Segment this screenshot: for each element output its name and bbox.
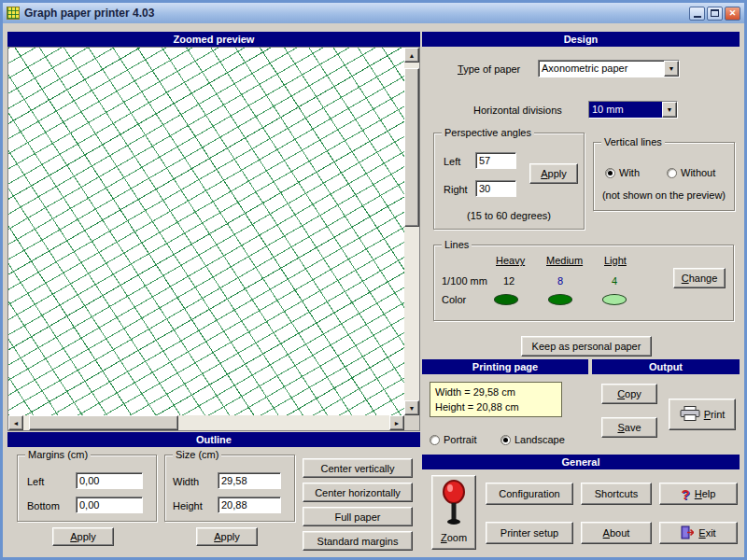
maximize-button[interactable]: [707, 7, 723, 21]
center-horizontally-button[interactable]: Center horizontally: [303, 483, 413, 502]
page-width-text: Width = 29,58 cm: [435, 385, 557, 399]
vertical-lines-title: Vertical lines: [601, 136, 665, 147]
lines-thickness-label: 1/100 mm: [442, 275, 487, 287]
standard-margins-button[interactable]: Standard margins: [303, 531, 413, 551]
horizontal-divisions-dropdown-button[interactable]: ▼: [662, 102, 677, 118]
general-header: General: [422, 455, 740, 469]
lines-light-header: Light: [604, 255, 627, 266]
margins-left-input[interactable]: [76, 472, 143, 489]
size-groupbox: Size (cm) Width Height: [164, 455, 295, 522]
scroll-right-button[interactable]: ►: [389, 415, 404, 430]
medium-thickness-value: 8: [557, 275, 563, 287]
vertical-scrollbar[interactable]: ▲ ▼: [404, 48, 419, 415]
scroll-up-button[interactable]: ▲: [404, 48, 419, 63]
save-button[interactable]: Save: [601, 417, 657, 438]
heavy-color-swatch[interactable]: [494, 294, 518, 305]
preview-panel: ▲ ▼ ◄ ►: [7, 47, 420, 431]
keep-as-personal-paper-button[interactable]: Keep as personal paper: [521, 336, 652, 357]
margins-bottom-label: Bottom: [27, 500, 60, 511]
printer-setup-button[interactable]: Printer setup: [486, 522, 573, 544]
scroll-left-icon: ◄: [13, 420, 20, 427]
titlebar[interactable]: Graph paper printer 4.03 ✕: [3, 3, 744, 23]
exit-button[interactable]: Exit: [659, 522, 738, 544]
perspective-left-input[interactable]: [475, 152, 516, 169]
size-width-input[interactable]: [218, 472, 281, 489]
page-height-text: Height = 20,88 cm: [435, 399, 557, 414]
outline-panel: Margins (cm) Left Bottom Apply Size (cm)…: [7, 447, 420, 557]
about-button[interactable]: About: [581, 522, 652, 544]
vertical-scroll-thumb[interactable]: [404, 68, 419, 227]
scroll-down-icon: ▼: [409, 405, 416, 412]
full-paper-button[interactable]: Full paper: [303, 507, 413, 526]
perspective-left-label: Left: [444, 156, 460, 167]
lines-color-label: Color: [442, 294, 466, 305]
configuration-button[interactable]: Configuration: [486, 483, 573, 505]
horizontal-scroll-thumb[interactable]: [29, 415, 178, 430]
copy-button[interactable]: Copy: [601, 384, 657, 404]
design-panel: Type of paper Axonometric paper ▼ Horizo…: [422, 47, 740, 359]
close-button[interactable]: ✕: [725, 7, 740, 21]
maximize-icon: [711, 9, 719, 17]
dropdown-icon: ▼: [669, 65, 675, 72]
preview-header: Zoomed preview: [7, 32, 420, 47]
horizontal-scrollbar[interactable]: ◄ ►: [8, 415, 404, 430]
radio-icon: [500, 435, 511, 445]
perspective-note: (15 to 60 degrees): [434, 210, 584, 221]
print-button[interactable]: Print: [669, 399, 736, 430]
vertical-lines-without-radio[interactable]: Without: [667, 167, 715, 178]
lines-heavy-header: Heavy: [496, 255, 525, 266]
center-vertically-button[interactable]: Center vertically: [303, 458, 413, 478]
perspective-apply-button[interactable]: Apply: [529, 163, 578, 184]
scroll-right-icon: ►: [394, 420, 401, 427]
zoom-label: Zoom: [441, 532, 467, 543]
vertical-lines-note: (not shown on the preview): [594, 189, 734, 201]
minimize-icon: [694, 16, 701, 18]
perspective-right-input[interactable]: [475, 180, 516, 197]
help-icon: ?: [682, 486, 690, 502]
medium-color-swatch[interactable]: [548, 294, 572, 305]
printer-icon: [680, 406, 700, 423]
light-color-swatch[interactable]: [602, 294, 627, 305]
scroll-up-icon: ▲: [409, 52, 416, 59]
scroll-left-button[interactable]: ◄: [8, 415, 23, 430]
landscape-radio[interactable]: Landscape: [500, 434, 565, 445]
horizontal-divisions-value: 10 mm: [589, 102, 662, 118]
main-content: Zoomed preview ▲ ▼ ◄ ► Outline Margins (…: [3, 23, 744, 557]
change-button[interactable]: Change: [673, 268, 726, 288]
perspective-right-label: Right: [444, 184, 468, 195]
app-window: Graph paper printer 4.03 ✕ Zoomed previe…: [0, 0, 747, 560]
dropdown-icon: ▼: [667, 106, 673, 113]
magnifier-icon: [440, 480, 468, 530]
lines-medium-header: Medium: [546, 255, 583, 266]
zoom-button[interactable]: Zoom: [431, 475, 476, 550]
vertical-lines-with-radio[interactable]: With: [605, 167, 640, 178]
size-width-label: Width: [173, 476, 199, 487]
horizontal-divisions-combo[interactable]: 10 mm ▼: [588, 101, 678, 119]
output-panel: Copy Save Print: [592, 374, 740, 464]
close-icon: ✕: [729, 8, 737, 18]
radio-icon: [430, 435, 440, 445]
radio-icon: [605, 168, 615, 178]
exit-icon: [681, 525, 694, 541]
type-of-paper-combo[interactable]: Axonometric paper ▼: [538, 60, 680, 77]
output-header: Output: [592, 359, 740, 374]
margins-left-label: Left: [27, 476, 44, 487]
app-icon: [7, 7, 20, 20]
printing-page-header: Printing page: [422, 359, 588, 374]
window-title: Graph paper printer 4.03: [24, 7, 687, 20]
margins-title: Margins (cm): [25, 449, 91, 460]
type-of-paper-dropdown-button[interactable]: ▼: [664, 61, 679, 77]
vertical-lines-groupbox: Vertical lines With Without (not shown o…: [593, 142, 735, 211]
minimize-button[interactable]: [689, 7, 705, 21]
graph-paper-preview: [8, 48, 404, 415]
portrait-radio[interactable]: Portrait: [430, 434, 476, 445]
size-apply-button[interactable]: Apply: [196, 527, 258, 546]
size-height-label: Height: [173, 500, 203, 511]
shortcuts-button[interactable]: Shortcuts: [581, 483, 652, 505]
size-height-input[interactable]: [218, 497, 281, 513]
margins-apply-button[interactable]: Apply: [52, 527, 114, 546]
scroll-down-button[interactable]: ▼: [404, 400, 419, 415]
radio-icon: [667, 168, 677, 178]
help-button[interactable]: ? Help: [659, 483, 738, 505]
margins-bottom-input[interactable]: [76, 497, 143, 513]
